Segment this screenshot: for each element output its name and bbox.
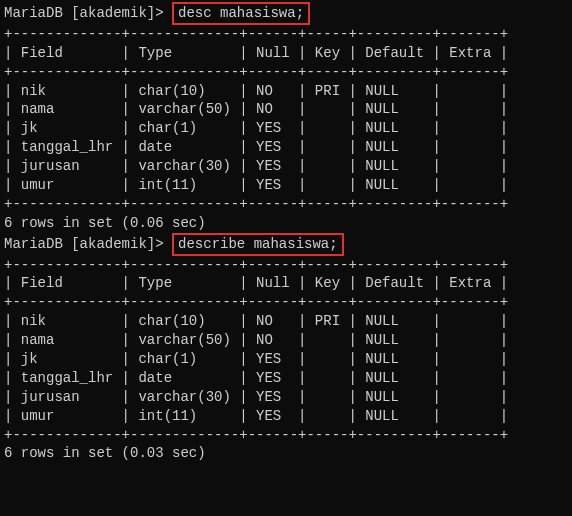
table-sep: +-------------+-------------+------+----… xyxy=(0,195,572,214)
result-footer: 6 rows in set (0.06 sec) xyxy=(0,214,572,233)
table-header: | Field | Type | Null | Key | Default | … xyxy=(0,44,572,63)
table-row: | jk | char(1) | YES | | NULL | | xyxy=(0,119,572,138)
prompt-text: MariaDB [akademik]> xyxy=(4,236,164,252)
table-sep: +-------------+-------------+------+----… xyxy=(0,63,572,82)
table-header: | Field | Type | Null | Key | Default | … xyxy=(0,274,572,293)
prompt-line-2[interactable]: MariaDB [akademik]> describe mahasiswa; xyxy=(0,233,572,256)
table-row: | nama | varchar(50) | NO | | NULL | | xyxy=(0,331,572,350)
prompt-text: MariaDB [akademik]> xyxy=(4,5,164,21)
command-highlight-1: desc mahasiswa; xyxy=(172,2,310,25)
table-row: | tanggal_lhr | date | YES | | NULL | | xyxy=(0,138,572,157)
table-sep: +-------------+-------------+------+----… xyxy=(0,25,572,44)
command-text-1: desc mahasiswa; xyxy=(178,5,304,21)
table-row: | jurusan | varchar(30) | YES | | NULL |… xyxy=(0,388,572,407)
table-row: | umur | int(11) | YES | | NULL | | xyxy=(0,407,572,426)
table-sep: +-------------+-------------+------+----… xyxy=(0,293,572,312)
result-footer: 6 rows in set (0.03 sec) xyxy=(0,444,572,463)
table-row: | jurusan | varchar(30) | YES | | NULL |… xyxy=(0,157,572,176)
table-row: | umur | int(11) | YES | | NULL | | xyxy=(0,176,572,195)
command-text-2: describe mahasiswa; xyxy=(178,236,338,252)
table-row: | nik | char(10) | NO | PRI | NULL | | xyxy=(0,82,572,101)
prompt-line-1[interactable]: MariaDB [akademik]> desc mahasiswa; xyxy=(0,2,572,25)
table-row: | jk | char(1) | YES | | NULL | | xyxy=(0,350,572,369)
command-highlight-2: describe mahasiswa; xyxy=(172,233,344,256)
table-row: | tanggal_lhr | date | YES | | NULL | | xyxy=(0,369,572,388)
terminal: MariaDB [akademik]> desc mahasiswa; +---… xyxy=(0,0,572,463)
table-row: | nama | varchar(50) | NO | | NULL | | xyxy=(0,100,572,119)
table-row: | nik | char(10) | NO | PRI | NULL | | xyxy=(0,312,572,331)
table-sep: +-------------+-------------+------+----… xyxy=(0,256,572,275)
table-sep: +-------------+-------------+------+----… xyxy=(0,426,572,445)
